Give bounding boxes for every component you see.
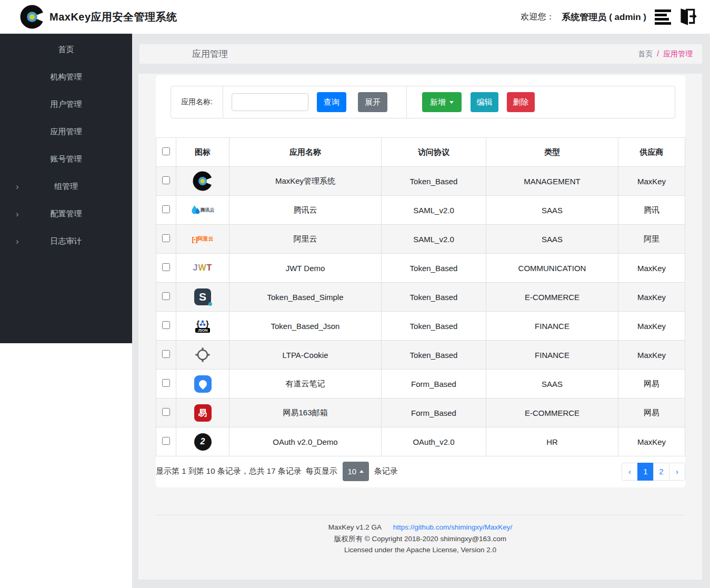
sidebar-spacer <box>0 343 132 588</box>
table-row[interactable]: 腾讯云腾讯云SAML_v2.0SAAS腾讯 <box>156 196 685 225</box>
table-row[interactable]: [-]阿里云阿里云SAML_v2.0SAAS阿里 <box>156 225 685 254</box>
vendor-cell: MaxKey <box>618 283 685 312</box>
app-name-cell: JWT Demo <box>229 254 382 283</box>
table-header-row: 图标 应用名称 访问协议 类型 供应商 <box>156 138 685 167</box>
column-header-app-name: 应用名称 <box>229 138 382 167</box>
row-checkbox[interactable] <box>162 263 170 271</box>
protocol-cell: SAML_v2.0 <box>382 196 486 225</box>
row-checkbox[interactable] <box>162 321 170 329</box>
table-row[interactable]: JWTJWT DemoToken_BasedCOMMUNICATIONMaxKe… <box>156 254 685 283</box>
menu-list-icon[interactable] <box>655 9 671 25</box>
type-cell: HR <box>486 427 618 456</box>
type-cell: COMMUNICATION <box>486 254 618 283</box>
app-name-cell: OAuth v2.0_Demo <box>229 427 382 456</box>
footer-github-link[interactable]: https://github.com/shimingxy/MaxKey/ <box>393 523 513 531</box>
vendor-cell: 网易 <box>618 370 685 398</box>
json-icon: {}JSON <box>193 315 212 336</box>
search-toolbar: 应用名称: 查询 展开 新增 编辑 删除 <box>171 86 675 118</box>
sidebar-item-label: 首页 <box>58 45 74 55</box>
content-panel: 应用名称: 查询 展开 新增 编辑 删除 图标 应用名称 访问协议 <box>138 74 702 580</box>
type-cell: SAAS <box>486 370 618 398</box>
sidebar-item-7[interactable]: ›配置管理 <box>0 200 132 227</box>
sidebar-item-label: 机构管理 <box>51 72 82 82</box>
breadcrumb-home[interactable]: 首页 <box>638 49 653 58</box>
breadcrumb: 首页 / 应用管理 <box>638 49 693 59</box>
row-checkbox[interactable] <box>162 234 170 242</box>
sidebar-item-5[interactable]: 账号管理 <box>0 145 132 173</box>
records-unit-label: 条记录 <box>374 466 398 476</box>
protocol-cell: Token_Based <box>382 167 486 196</box>
protocol-cell: Token_Based <box>382 254 486 283</box>
sidebar-item-2[interactable]: 机构管理 <box>0 63 132 91</box>
add-button-label: 新增 <box>430 97 446 107</box>
row-checkbox[interactable] <box>162 408 170 416</box>
simple-s-icon: S <box>193 286 212 307</box>
logout-icon[interactable] <box>676 7 698 26</box>
records-summary: 显示第 1 到第 10 条记录，总共 17 条记录 <box>156 466 302 476</box>
vendor-cell: MaxKey <box>618 341 685 370</box>
edit-button[interactable]: 编辑 <box>471 92 498 112</box>
page-titlebar: 应用管理 首页 / 应用管理 <box>139 44 702 64</box>
page-size-dropdown[interactable]: 10 <box>343 462 369 481</box>
aliyun-icon: [-]阿里云 <box>192 228 214 250</box>
jwt-icon: JWT <box>193 257 213 278</box>
app-header: MaxKey应用安全管理系统 欢迎您： 系统管理员 ( admin ) <box>0 0 710 34</box>
oauth2-icon: 2 <box>193 431 212 452</box>
sidebar-item-label: 日志审计 <box>51 236 82 246</box>
delete-button[interactable]: 删除 <box>507 92 535 112</box>
pager-prev-button[interactable]: ‹ <box>622 463 638 481</box>
chevron-right-icon: › <box>16 182 19 191</box>
protocol-cell: SAML_v2.0 <box>382 225 486 254</box>
youdao-icon <box>193 373 212 394</box>
pager-page-button-2[interactable]: 2 <box>653 463 669 481</box>
sidebar-item-1[interactable]: 首页 <box>0 36 132 63</box>
row-checkbox[interactable] <box>162 176 170 184</box>
vendor-cell: MaxKey <box>618 254 685 283</box>
expand-button[interactable]: 展开 <box>358 92 387 112</box>
type-cell: SAAS <box>486 196 618 225</box>
toolbar-divider <box>406 86 407 118</box>
type-cell: MANAGEMENT <box>486 167 618 196</box>
maxkey-icon <box>193 171 213 192</box>
table-row[interactable]: 2OAuth v2.0_DemoOAuth_v2.0HRMaxKey <box>156 427 685 456</box>
table-row[interactable]: 易网易163邮箱Form_BasedE-COMMERCE网易 <box>156 398 685 427</box>
sidebar-item-4[interactable]: 应用管理 <box>0 118 132 145</box>
add-button[interactable]: 新增 <box>422 92 462 112</box>
sidebar-item-8[interactable]: ›日志审计 <box>0 227 132 255</box>
app-name-cell: 网易163邮箱 <box>229 398 382 427</box>
page-size-value: 10 <box>347 467 356 476</box>
sidebar-item-label: 账号管理 <box>51 154 82 164</box>
footer-version: MaxKey v1.2 GA <box>328 523 382 531</box>
row-checkbox[interactable] <box>162 205 170 213</box>
app-name-input[interactable] <box>232 93 308 111</box>
caret-up-icon <box>359 470 364 473</box>
protocol-cell: Form_Based <box>382 370 486 398</box>
row-checkbox[interactable] <box>162 292 170 300</box>
row-checkbox[interactable] <box>162 350 170 358</box>
app-name-cell: MaxKey管理系统 <box>229 167 382 196</box>
table-row[interactable]: 有道云笔记Form_BasedSAAS网易 <box>156 370 685 398</box>
protocol-cell: Token_Based <box>382 312 486 341</box>
query-button[interactable]: 查询 <box>317 92 346 112</box>
column-header-type: 类型 <box>486 138 618 167</box>
app-name-cell: 阿里云 <box>229 225 382 254</box>
welcome-label: 欢迎您： <box>521 12 554 23</box>
pager-page-button-1[interactable]: 1 <box>637 463 654 481</box>
sidebar: 首页机构管理用户管理应用管理账号管理›组管理›配置管理›日志审计 <box>0 34 132 343</box>
sidebar-item-3[interactable]: 用户管理 <box>0 91 132 118</box>
sidebar-item-6[interactable]: ›组管理 <box>0 173 132 200</box>
tencent-cloud-icon: 腾讯云 <box>191 200 215 221</box>
column-header-vendor: 供应商 <box>618 138 685 167</box>
maxkey-logo-icon <box>20 5 44 29</box>
select-all-checkbox[interactable] <box>162 147 170 155</box>
row-checkbox[interactable] <box>162 437 170 445</box>
row-checkbox[interactable] <box>162 379 170 387</box>
protocol-cell: OAuth_v2.0 <box>382 427 486 456</box>
table-row[interactable]: MaxKey管理系统Token_BasedMANAGEMENTMaxKey <box>156 167 685 196</box>
app-management-card: 应用名称: 查询 展开 新增 编辑 删除 图标 应用名称 访问协议 <box>156 75 685 487</box>
vendor-cell: MaxKey <box>618 427 685 456</box>
table-row[interactable]: LTPA-CookieToken_BasedFINANCEMaxKey <box>156 341 685 370</box>
table-row[interactable]: SToken_Based_SimpleToken_BasedE-COMMERCE… <box>156 283 685 312</box>
pager-next-button[interactable]: › <box>669 463 685 481</box>
table-row[interactable]: {}JSONToken_Based_JsonToken_BasedFINANCE… <box>156 312 685 341</box>
